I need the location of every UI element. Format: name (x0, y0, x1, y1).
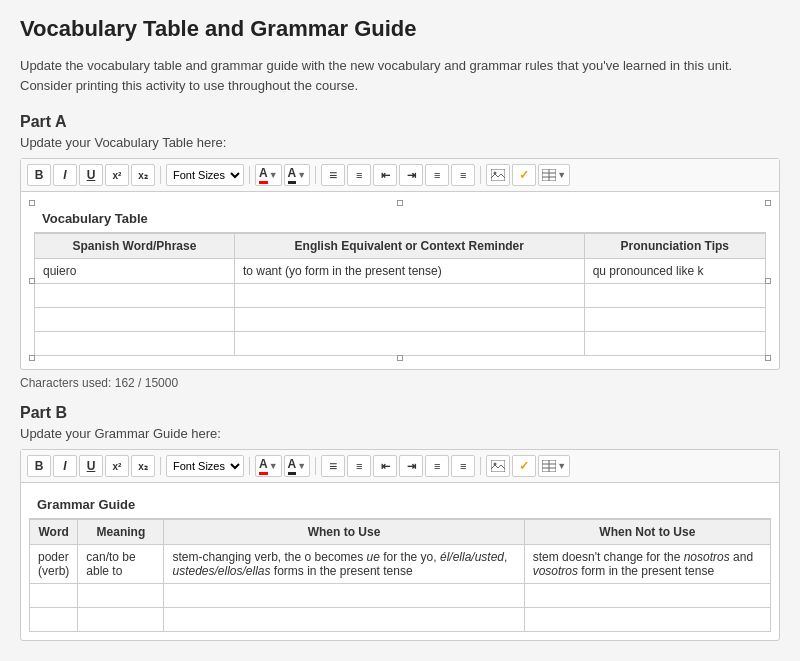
align-center-button[interactable]: ≡ (425, 164, 449, 186)
grammar-cell-word-3[interactable] (30, 608, 78, 632)
grammar-align-right-button[interactable]: ≡ (451, 455, 475, 477)
grammar-cell-word-1[interactable]: poder(verb) (30, 545, 78, 584)
align-right-button[interactable]: ≡ (451, 164, 475, 186)
grammar-cell-meaning-2[interactable] (78, 584, 164, 608)
grammar-cell-when-1[interactable]: stem-changing verb, the o becomes ue for… (164, 545, 524, 584)
grammar-cell-when-not-2[interactable] (524, 584, 770, 608)
vocab-cell-pronunciation-3[interactable] (584, 308, 765, 332)
grammar-col-when-use: When to Use (164, 520, 524, 545)
subscript-button[interactable]: x₂ (131, 164, 155, 186)
table-row[interactable]: poder(verb) can/to be able to stem-chang… (30, 545, 771, 584)
grammar-editor-content[interactable]: Grammar Guide Word Meaning When to Use W… (21, 483, 779, 640)
svg-rect-6 (491, 460, 505, 472)
grammar-toolbar-sep-4 (480, 457, 481, 475)
grammar-formula-button[interactable]: ✓ (512, 455, 536, 477)
grammar-cell-meaning-1[interactable]: can/to be able to (78, 545, 164, 584)
grammar-toolbar-sep-1 (160, 457, 161, 475)
table-row[interactable] (30, 608, 771, 632)
vocab-cell-pronunciation-2[interactable] (584, 284, 765, 308)
grammar-toolbar: B I U x² x₂ Font Sizes 8 10 12 14 A (21, 450, 779, 483)
grammar-align-left-button[interactable]: ⇥ (399, 455, 423, 477)
grammar-table-button[interactable]: ▼ (538, 455, 570, 477)
toolbar-sep-3 (315, 166, 316, 184)
vocab-cell-english-1[interactable]: to want (yo form in the present tense) (234, 259, 584, 284)
resize-rm[interactable] (765, 278, 771, 284)
font-color-button[interactable]: A ▼ (255, 164, 282, 186)
vocab-cell-spanish-1[interactable]: quiero (35, 259, 235, 284)
toolbar-sep-2 (249, 166, 250, 184)
grammar-subscript-button[interactable]: x₂ (131, 455, 155, 477)
grammar-superscript-button[interactable]: x² (105, 455, 129, 477)
page-title: Vocabulary Table and Grammar Guide (20, 16, 780, 42)
vocab-cell-spanish-3[interactable] (35, 308, 235, 332)
table-row[interactable] (35, 332, 766, 356)
part-a-title: Part A (20, 113, 780, 131)
vocab-col-english: English Equivalent or Context Reminder (234, 234, 584, 259)
bg-color-button[interactable]: A ▼ (284, 164, 311, 186)
table-row[interactable]: quiero to want (yo form in the present t… (35, 259, 766, 284)
resize-lm[interactable] (29, 278, 35, 284)
grammar-cell-meaning-3[interactable] (78, 608, 164, 632)
grammar-cell-when-not-3[interactable] (524, 608, 770, 632)
grammar-bullet-button[interactable]: ≡ (321, 455, 345, 477)
grammar-numbered-button[interactable]: ≡ (347, 455, 371, 477)
vocab-cell-english-3[interactable] (234, 308, 584, 332)
table-row[interactable] (35, 284, 766, 308)
underline-button[interactable]: U (79, 164, 103, 186)
grammar-underline-button[interactable]: U (79, 455, 103, 477)
grammar-editor: B I U x² x₂ Font Sizes 8 10 12 14 A (20, 449, 780, 641)
formula-button[interactable]: ✓ (512, 164, 536, 186)
grammar-bg-color-button[interactable]: A ▼ (284, 455, 311, 477)
resize-tm[interactable] (397, 200, 403, 206)
italic-button[interactable]: I (53, 164, 77, 186)
table-row[interactable] (30, 584, 771, 608)
page-description: Update the vocabulary table and grammar … (20, 56, 780, 95)
grammar-image-button[interactable] (486, 455, 510, 477)
grammar-toolbar-sep-3 (315, 457, 316, 475)
grammar-bold-button[interactable]: B (27, 455, 51, 477)
decrease-indent-button[interactable]: ⇤ (373, 164, 397, 186)
font-size-select[interactable]: Font Sizes 8 10 12 14 18 24 (166, 164, 244, 186)
vocab-cell-english-2[interactable] (234, 284, 584, 308)
numbered-list-button[interactable]: ≡ (347, 164, 371, 186)
toolbar-sep-4 (480, 166, 481, 184)
align-left-button[interactable]: ⇥ (399, 164, 423, 186)
vocab-cell-spanish-2[interactable] (35, 284, 235, 308)
vocab-cell-pronunciation-4[interactable] (584, 332, 765, 356)
grammar-font-color-button[interactable]: A ▼ (255, 455, 282, 477)
grammar-cell-word-2[interactable] (30, 584, 78, 608)
superscript-button[interactable]: x² (105, 164, 129, 186)
table-row[interactable] (35, 308, 766, 332)
resize-tl[interactable] (29, 200, 35, 206)
toolbar-sep-1 (160, 166, 161, 184)
vocab-editor-content[interactable]: Vocabulary Table Spanish Word/Phrase Eng… (21, 192, 779, 369)
part-b-section: Part B Update your Grammar Guide here: B… (20, 404, 780, 641)
grammar-italic-button[interactable]: I (53, 455, 77, 477)
vocab-cell-pronunciation-1[interactable]: qu pronounced like k (584, 259, 765, 284)
vocab-table[interactable]: Spanish Word/Phrase English Equivalent o… (34, 233, 766, 356)
resize-bm[interactable] (397, 355, 403, 361)
grammar-col-meaning: Meaning (78, 520, 164, 545)
vocab-toolbar: B I U x² x₂ Font Sizes 8 10 12 14 18 24 (21, 159, 779, 192)
bullet-list-button[interactable]: ≡ (321, 164, 345, 186)
grammar-cell-when-not-1[interactable]: stem doesn't change for the nosotros and… (524, 545, 770, 584)
resize-br[interactable] (765, 355, 771, 361)
vocab-cell-english-4[interactable] (234, 332, 584, 356)
resize-tr[interactable] (765, 200, 771, 206)
grammar-font-size-select[interactable]: Font Sizes 8 10 12 14 (166, 455, 244, 477)
grammar-table[interactable]: Word Meaning When to Use When Not to Use… (29, 519, 771, 632)
grammar-table-wrapper: Grammar Guide Word Meaning When to Use W… (29, 491, 771, 632)
table-button[interactable]: ▼ (538, 164, 570, 186)
grammar-decrease-indent-button[interactable]: ⇤ (373, 455, 397, 477)
vocab-table-title: Vocabulary Table (34, 205, 766, 233)
bold-button[interactable]: B (27, 164, 51, 186)
grammar-align-center-button[interactable]: ≡ (425, 455, 449, 477)
page-container: Vocabulary Table and Grammar Guide Updat… (0, 0, 800, 661)
svg-rect-0 (491, 169, 505, 181)
grammar-cell-when-2[interactable] (164, 584, 524, 608)
vocab-table-wrapper: Vocabulary Table Spanish Word/Phrase Eng… (34, 205, 766, 356)
grammar-cell-when-3[interactable] (164, 608, 524, 632)
resize-bl[interactable] (29, 355, 35, 361)
image-button[interactable] (486, 164, 510, 186)
vocab-cell-spanish-4[interactable] (35, 332, 235, 356)
